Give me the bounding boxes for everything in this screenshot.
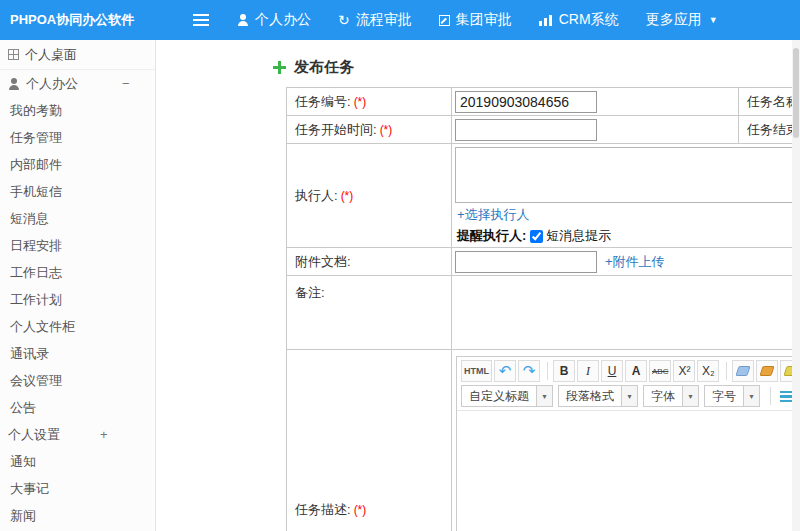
font-size-dropdown[interactable]: 字号 ▾ bbox=[704, 385, 760, 407]
label-text: 任务编号: bbox=[295, 94, 351, 109]
caret-down-icon: ▼ bbox=[709, 15, 718, 25]
dropdown-label: 自定义标题 bbox=[462, 388, 536, 405]
nav-label: 个人办公 bbox=[255, 11, 311, 29]
sidebar-item-label: 手机短信 bbox=[10, 178, 62, 205]
sidebar-item-desktop[interactable]: 个人桌面 bbox=[0, 40, 155, 70]
underline-button[interactable]: U bbox=[601, 360, 623, 382]
start-time-input[interactable] bbox=[455, 119, 597, 141]
caret-down-icon: ▾ bbox=[536, 386, 552, 406]
sidebar-item-label: 短消息 bbox=[10, 205, 49, 232]
heading-dropdown[interactable]: 自定义标题 ▾ bbox=[461, 385, 553, 407]
sidebar-item-label: 大事记 bbox=[10, 475, 49, 502]
sidebar-item-news[interactable]: 新闻 bbox=[0, 502, 155, 529]
sidebar-item-short-message[interactable]: 短消息 bbox=[0, 205, 155, 232]
sidebar-item-internal-mail[interactable]: 内部邮件 bbox=[0, 151, 155, 178]
sidebar-item-label: 个人桌面 bbox=[25, 40, 77, 70]
nav-group-approval[interactable]: 集团审批 bbox=[439, 11, 512, 29]
format-painter-button[interactable] bbox=[756, 360, 778, 382]
app-window: PHPOA协同办公软件 个人办公 ↻ 流程审批 集团审批 CRM系统 更多应用 … bbox=[0, 0, 800, 531]
nav-process-approval[interactable]: ↻ 流程审批 bbox=[338, 11, 412, 29]
brush-icon bbox=[760, 366, 775, 376]
sidebar-item-label: 公告 bbox=[10, 394, 36, 421]
sidebar-group-settings[interactable]: 个人设置 + bbox=[0, 421, 155, 448]
paragraph-format-dropdown[interactable]: 段落格式 ▾ bbox=[558, 385, 638, 407]
sidebar-item-sms[interactable]: 手机短信 bbox=[0, 178, 155, 205]
nav-more-apps[interactable]: 更多应用 ▼ bbox=[646, 11, 718, 29]
sidebar-item-notice[interactable]: 通知 bbox=[0, 448, 155, 475]
remark-label: 备注: bbox=[287, 276, 452, 350]
sidebar-item-label: 任务管理 bbox=[10, 124, 62, 151]
sms-remind-option-label: 短消息提示 bbox=[546, 227, 611, 245]
publish-task-form: 任务编号:(*) 任务名称:(*) 任务开始时间:(*) 任务结束时间:(*) … bbox=[286, 87, 800, 531]
task-number-cell bbox=[452, 88, 739, 116]
description-cell: HTML ↶ ↷ B I U A ABC X² X₂ bbox=[452, 350, 800, 531]
nav-personal-office[interactable]: 个人办公 bbox=[237, 11, 311, 29]
strikethrough-button[interactable]: ABC bbox=[649, 360, 671, 382]
rich-text-editor: HTML ↶ ↷ B I U A ABC X² X₂ bbox=[456, 356, 800, 531]
required-mark: (*) bbox=[354, 503, 367, 517]
font-button[interactable]: A bbox=[625, 360, 647, 382]
crm-chart-icon bbox=[539, 15, 553, 26]
sidebar: 个人桌面 个人办公 − 我的考勤 任务管理 内部邮件 手机短信 短消息 日程安排… bbox=[0, 40, 156, 531]
sidebar-item-announcement[interactable]: 公告 bbox=[0, 394, 155, 421]
remark-cell bbox=[452, 276, 800, 350]
collapse-icon[interactable]: − bbox=[122, 70, 130, 97]
label-text: 执行人: bbox=[295, 188, 338, 203]
nav-label: 集团审批 bbox=[456, 11, 512, 29]
editor-content-area[interactable] bbox=[457, 410, 800, 531]
executor-label: 执行人:(*) bbox=[287, 144, 452, 248]
sidebar-group-personal-office[interactable]: 个人办公 − bbox=[0, 70, 155, 97]
caret-down-icon: ▾ bbox=[743, 386, 759, 406]
sidebar-item-label: 通讯录 bbox=[10, 340, 49, 367]
top-navbar: PHPOA协同办公软件 个人办公 ↻ 流程审批 集团审批 CRM系统 更多应用 … bbox=[0, 0, 800, 40]
sidebar-item-label: 会议管理 bbox=[10, 367, 62, 394]
subscript-button[interactable]: X₂ bbox=[697, 360, 719, 382]
caret-down-icon: ▾ bbox=[621, 386, 637, 406]
required-mark: (*) bbox=[341, 189, 354, 203]
toolbar-separator bbox=[726, 362, 727, 380]
sidebar-item-task-management[interactable]: 任务管理 bbox=[0, 124, 155, 151]
font-family-dropdown[interactable]: 字体 ▾ bbox=[643, 385, 699, 407]
label-text: 任务开始时间: bbox=[295, 122, 377, 137]
sidebar-item-schedule[interactable]: 日程安排 bbox=[0, 232, 155, 259]
remark-textarea[interactable] bbox=[455, 280, 800, 346]
sidebar-item-label: 工作日志 bbox=[10, 259, 62, 286]
undo-button[interactable]: ↶ bbox=[494, 360, 516, 382]
bold-button[interactable]: B bbox=[553, 360, 575, 382]
eraser-button[interactable] bbox=[732, 360, 754, 382]
remind-row: 提醒执行人: 短消息提示 bbox=[457, 227, 800, 245]
html-source-button[interactable]: HTML bbox=[461, 360, 492, 382]
sidebar-item-label: 个人设置 bbox=[8, 421, 60, 448]
editor-toolbar-row2: 自定义标题 ▾ 段落格式 ▾ 字体 ▾ bbox=[457, 385, 800, 410]
sidebar-item-label: 新闻 bbox=[10, 502, 36, 529]
task-number-input[interactable] bbox=[455, 91, 597, 113]
required-mark: (*) bbox=[380, 123, 393, 137]
vertical-scrollbar[interactable] bbox=[792, 40, 800, 531]
toolbar-separator bbox=[770, 387, 771, 405]
sidebar-item-work-plan[interactable]: 工作计划 bbox=[0, 286, 155, 313]
scrollbar-thumb[interactable] bbox=[793, 48, 799, 138]
sidebar-item-file-cabinet[interactable]: 个人文件柜 bbox=[0, 313, 155, 340]
italic-button[interactable]: I bbox=[577, 360, 599, 382]
sidebar-item-contacts[interactable]: 通讯录 bbox=[0, 340, 155, 367]
caret-down-icon: ▾ bbox=[682, 386, 698, 406]
attachment-upload-link[interactable]: +附件上传 bbox=[605, 253, 665, 271]
user-icon bbox=[237, 14, 249, 26]
executor-box[interactable] bbox=[455, 147, 800, 203]
sidebar-item-work-log[interactable]: 工作日志 bbox=[0, 259, 155, 286]
sidebar-item-meeting[interactable]: 会议管理 bbox=[0, 367, 155, 394]
label-text: 附件文档: bbox=[295, 254, 351, 269]
task-number-label: 任务编号:(*) bbox=[287, 88, 452, 116]
superscript-button[interactable]: X² bbox=[673, 360, 695, 382]
sidebar-item-events[interactable]: 大事记 bbox=[0, 475, 155, 502]
expand-icon[interactable]: + bbox=[100, 421, 108, 448]
main-content: 发布任务 任务编号:(*) 任务名称:(*) 任务开始时间:(*) 任务结束时间… bbox=[157, 40, 800, 531]
redo-button[interactable]: ↷ bbox=[518, 360, 540, 382]
attachment-input[interactable] bbox=[455, 251, 597, 273]
nav-crm-system[interactable]: CRM系统 bbox=[539, 11, 619, 29]
sms-remind-checkbox[interactable] bbox=[530, 230, 543, 243]
hamburger-menu-icon[interactable] bbox=[193, 14, 209, 26]
choose-executor-link[interactable]: +选择执行人 bbox=[457, 206, 530, 224]
label-text: 备注: bbox=[295, 285, 325, 300]
sidebar-item-attendance[interactable]: 我的考勤 bbox=[0, 97, 155, 124]
